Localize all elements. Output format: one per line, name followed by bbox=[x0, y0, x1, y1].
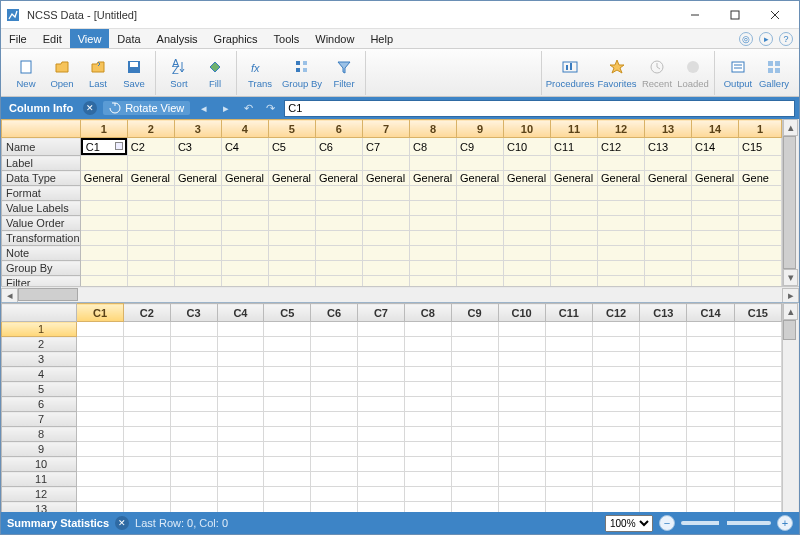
data-row-hdr[interactable]: 5 bbox=[2, 382, 77, 397]
name-cell[interactable]: C5 bbox=[268, 138, 315, 156]
name-cell[interactable]: C15 bbox=[739, 138, 782, 156]
insert-right-icon[interactable]: ▸ bbox=[218, 100, 234, 116]
row-hdr-datatype[interactable]: Data Type bbox=[2, 171, 81, 186]
open-button[interactable]: Open bbox=[45, 52, 79, 94]
recent-button[interactable]: Recent bbox=[640, 52, 674, 94]
col-num[interactable]: 1 bbox=[80, 120, 127, 138]
menu-window[interactable]: Window bbox=[307, 29, 362, 48]
data-col-hdr[interactable]: C7 bbox=[358, 304, 405, 322]
data-row-hdr[interactable]: 10 bbox=[2, 457, 77, 472]
zoom-in-button[interactable]: + bbox=[777, 515, 793, 531]
data-row-hdr[interactable]: 8 bbox=[2, 427, 77, 442]
zoom-out-button[interactable]: − bbox=[659, 515, 675, 531]
data-col-hdr[interactable]: C4 bbox=[217, 304, 264, 322]
menu-help[interactable]: Help bbox=[362, 29, 401, 48]
col-num[interactable]: 12 bbox=[598, 120, 645, 138]
row-hdr-transformation[interactable]: Transformation bbox=[2, 231, 81, 246]
zoom-slider[interactable] bbox=[681, 521, 771, 525]
name-cell[interactable]: C12 bbox=[598, 138, 645, 156]
help-question-icon[interactable]: ? bbox=[779, 32, 793, 46]
data-corner-cell[interactable] bbox=[2, 304, 77, 322]
name-cell[interactable]: C7 bbox=[362, 138, 409, 156]
row-hdr-note[interactable]: Note bbox=[2, 246, 81, 261]
name-cell[interactable]: C6 bbox=[315, 138, 362, 156]
col-num[interactable]: 11 bbox=[551, 120, 598, 138]
row-hdr-valueorder[interactable]: Value Order bbox=[2, 216, 81, 231]
data-col-hdr[interactable]: C6 bbox=[311, 304, 358, 322]
name-cell[interactable]: C8 bbox=[409, 138, 456, 156]
data-row-hdr[interactable]: 7 bbox=[2, 412, 77, 427]
data-col-hdr[interactable]: C14 bbox=[687, 304, 734, 322]
name-cell[interactable]: C10 bbox=[503, 138, 550, 156]
row-hdr-valuelabels[interactable]: Value Labels bbox=[2, 201, 81, 216]
name-cell-selected[interactable]: C1 bbox=[81, 138, 127, 155]
data-col-hdr[interactable]: C15 bbox=[734, 304, 781, 322]
data-vscroll[interactable]: ▴▾ bbox=[782, 303, 799, 512]
row-hdr-name[interactable]: Name bbox=[2, 138, 81, 156]
procedures-button[interactable]: Procedures bbox=[546, 52, 594, 94]
name-cell[interactable]: C14 bbox=[692, 138, 739, 156]
col-num[interactable]: 2 bbox=[127, 120, 174, 138]
fill-button[interactable]: Fill bbox=[198, 52, 232, 94]
col-num[interactable]: 1 bbox=[739, 120, 782, 138]
close-button[interactable] bbox=[755, 3, 795, 27]
minimize-button[interactable] bbox=[675, 3, 715, 27]
trans-button[interactable]: fxTrans bbox=[243, 52, 277, 94]
menu-graphics[interactable]: Graphics bbox=[206, 29, 266, 48]
row-hdr-groupby[interactable]: Group By bbox=[2, 261, 81, 276]
data-row-hdr[interactable]: 4 bbox=[2, 367, 77, 382]
menu-file[interactable]: File bbox=[1, 29, 35, 48]
row-hdr-format[interactable]: Format bbox=[2, 186, 81, 201]
last-button[interactable]: Last bbox=[81, 52, 115, 94]
menu-tools[interactable]: Tools bbox=[266, 29, 308, 48]
menu-edit[interactable]: Edit bbox=[35, 29, 70, 48]
groupby-button[interactable]: Group By bbox=[279, 52, 325, 94]
zoom-select[interactable]: 100% bbox=[605, 515, 653, 532]
data-col-hdr[interactable]: C2 bbox=[123, 304, 170, 322]
help-ring-icon[interactable]: ◎ bbox=[739, 32, 753, 46]
data-row-hdr[interactable]: 1 bbox=[2, 322, 77, 337]
data-col-hdr[interactable]: C8 bbox=[404, 304, 451, 322]
col-num[interactable]: 14 bbox=[692, 120, 739, 138]
filter-button[interactable]: Filter bbox=[327, 52, 361, 94]
data-col-hdr[interactable]: C12 bbox=[592, 304, 639, 322]
col-num[interactable]: 7 bbox=[362, 120, 409, 138]
sort-button[interactable]: AZSort bbox=[162, 52, 196, 94]
summary-close-icon[interactable]: ✕ bbox=[115, 516, 129, 530]
corner-cell[interactable] bbox=[2, 120, 81, 138]
name-cell[interactable]: C9 bbox=[456, 138, 503, 156]
data-row-hdr[interactable]: 9 bbox=[2, 442, 77, 457]
col-num[interactable]: 6 bbox=[315, 120, 362, 138]
name-cell[interactable]: C2 bbox=[127, 138, 174, 156]
column-info-grid[interactable]: 1 2 3 4 5 6 7 8 9 10 11 12 13 14 bbox=[1, 119, 782, 286]
row-hdr-filter[interactable]: Filter bbox=[2, 276, 81, 287]
col-num[interactable]: 13 bbox=[645, 120, 692, 138]
menu-data[interactable]: Data bbox=[109, 29, 148, 48]
column-info-vscroll[interactable]: ▴▾ bbox=[782, 119, 799, 286]
row-hdr-label[interactable]: Label bbox=[2, 156, 81, 171]
data-col-hdr[interactable]: C3 bbox=[170, 304, 217, 322]
column-info-close-icon[interactable]: ✕ bbox=[83, 101, 97, 115]
data-row-hdr[interactable]: 12 bbox=[2, 487, 77, 502]
data-col-hdr[interactable]: C13 bbox=[640, 304, 687, 322]
col-num[interactable]: 8 bbox=[409, 120, 456, 138]
undo-icon[interactable]: ↶ bbox=[240, 100, 256, 116]
name-cell[interactable]: C11 bbox=[551, 138, 598, 156]
new-button[interactable]: New bbox=[9, 52, 43, 94]
output-button[interactable]: Output bbox=[721, 52, 755, 94]
data-row-hdr[interactable]: 3 bbox=[2, 352, 77, 367]
data-row-hdr[interactable]: 11 bbox=[2, 472, 77, 487]
rotate-view-button[interactable]: Rotate View bbox=[103, 101, 190, 115]
name-cell[interactable]: C3 bbox=[174, 138, 221, 156]
menu-view[interactable]: View bbox=[70, 29, 110, 48]
insert-left-icon[interactable]: ◂ bbox=[196, 100, 212, 116]
data-col-hdr[interactable]: C10 bbox=[498, 304, 545, 322]
col-num[interactable]: 5 bbox=[268, 120, 315, 138]
zoom-slider-knob[interactable] bbox=[719, 517, 727, 529]
name-cell[interactable]: C4 bbox=[221, 138, 268, 156]
data-row-hdr[interactable]: 13 bbox=[2, 502, 77, 513]
loaded-button[interactable]: Loaded bbox=[676, 52, 710, 94]
data-row-hdr[interactable]: 6 bbox=[2, 397, 77, 412]
redo-icon[interactable]: ↷ bbox=[262, 100, 278, 116]
maximize-button[interactable] bbox=[715, 3, 755, 27]
